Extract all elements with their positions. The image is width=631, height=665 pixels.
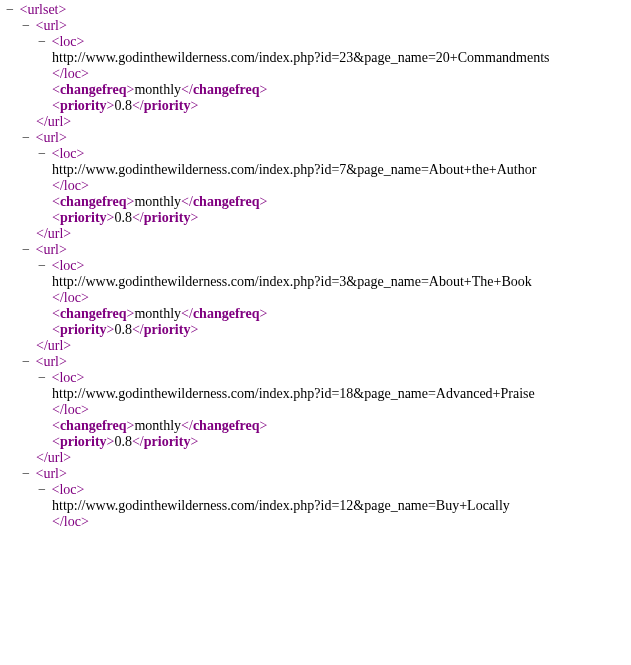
loc-value: http://www.godinthewilderness.com/index.… — [4, 498, 627, 514]
changefreq-line: <changefreq>monthly</changefreq> — [4, 194, 627, 210]
url-close: </url> — [4, 338, 627, 354]
priority-line: <priority>0.8</priority> — [4, 98, 627, 114]
priority-line: <priority>0.8</priority> — [4, 210, 627, 226]
loc-value: http://www.godinthewilderness.com/index.… — [4, 386, 627, 402]
loc-open: − <loc> — [4, 370, 627, 386]
url-open: − <url> — [4, 18, 627, 34]
url-close: </url> — [4, 450, 627, 466]
url-open: − <url> — [4, 354, 627, 370]
priority-line: <priority>0.8</priority> — [4, 434, 627, 450]
collapse-toggle[interactable]: − — [36, 258, 48, 274]
collapse-toggle[interactable]: − — [20, 18, 32, 34]
loc-open: − <loc> — [4, 34, 627, 50]
loc-value: http://www.godinthewilderness.com/index.… — [4, 50, 627, 66]
collapse-toggle[interactable]: − — [4, 2, 16, 18]
collapse-toggle[interactable]: − — [20, 354, 32, 370]
loc-value: http://www.godinthewilderness.com/index.… — [4, 274, 627, 290]
url-open: − <url> — [4, 466, 627, 482]
loc-close: </loc> — [4, 402, 627, 418]
collapse-toggle[interactable]: − — [20, 242, 32, 258]
collapse-toggle[interactable]: − — [20, 466, 32, 482]
loc-close: </loc> — [4, 178, 627, 194]
loc-open: − <loc> — [4, 258, 627, 274]
loc-close: </loc> — [4, 290, 627, 306]
loc-value: http://www.godinthewilderness.com/index.… — [4, 162, 627, 178]
loc-open: − <loc> — [4, 146, 627, 162]
collapse-toggle[interactable]: − — [36, 34, 48, 50]
url-close: </url> — [4, 226, 627, 242]
changefreq-line: <changefreq>monthly</changefreq> — [4, 82, 627, 98]
priority-line: <priority>0.8</priority> — [4, 322, 627, 338]
collapse-toggle[interactable]: − — [36, 146, 48, 162]
urlset-open: − <urlset> — [4, 2, 627, 18]
changefreq-line: <changefreq>monthly</changefreq> — [4, 418, 627, 434]
xml-tree: − <urlset>− <url>− <loc>http://www.godin… — [4, 2, 627, 530]
loc-open: − <loc> — [4, 482, 627, 498]
collapse-toggle[interactable]: − — [36, 370, 48, 386]
url-close: </url> — [4, 114, 627, 130]
loc-close: </loc> — [4, 514, 627, 530]
loc-close: </loc> — [4, 66, 627, 82]
changefreq-line: <changefreq>monthly</changefreq> — [4, 306, 627, 322]
url-open: − <url> — [4, 130, 627, 146]
url-open: − <url> — [4, 242, 627, 258]
collapse-toggle[interactable]: − — [20, 130, 32, 146]
collapse-toggle[interactable]: − — [36, 482, 48, 498]
